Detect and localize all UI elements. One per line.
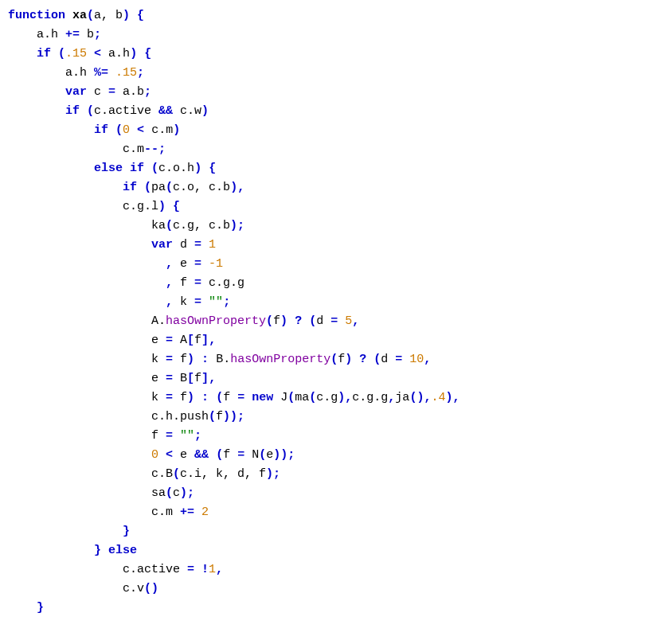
num: 2 (201, 505, 209, 519)
op-rparen: ) (273, 448, 280, 462)
op-eq: = (237, 448, 244, 462)
expr: c.i, k, d, f (180, 467, 266, 481)
expr: f (338, 353, 345, 366)
call: sa (151, 486, 166, 500)
expr: J (273, 391, 287, 404)
op-lparen: ( (216, 448, 223, 462)
expr: e (173, 448, 194, 462)
num: .4 (431, 391, 445, 404)
op-pluseq: += (65, 28, 80, 41)
expr: c.m (151, 505, 180, 519)
expr: e (266, 448, 273, 462)
op-lparen: ( (166, 219, 173, 232)
kw-new: new (252, 391, 273, 404)
op-semi: ; (287, 448, 295, 462)
op-comma: , (388, 391, 395, 404)
op-semi: ; (144, 85, 151, 99)
op-rparen: ) (201, 104, 209, 118)
op-rparen: ) (130, 47, 137, 60)
op-semi: ; (187, 486, 194, 500)
op-eq: = (108, 85, 115, 99)
op-semi: ; (237, 410, 244, 423)
num: .15 (65, 47, 87, 60)
op-rparen: ) (123, 9, 130, 22)
op-eq: = (166, 334, 173, 347)
op-lparen: ( (266, 314, 273, 328)
op-lparen: ( (144, 181, 151, 194)
num: 5 (345, 314, 352, 328)
op-rparen: ) (230, 410, 237, 423)
op-lparen: ( (151, 162, 158, 175)
expr: B (173, 372, 187, 385)
op-semi: ; (273, 467, 280, 481)
prop-hasOwnProperty: hasOwnProperty (166, 314, 266, 328)
op-lbrace: { (137, 9, 144, 22)
op-comma: , (352, 314, 359, 328)
fn-params: a, b (94, 9, 123, 22)
op-rparen: ) (280, 448, 287, 462)
op-rparen: ) (151, 582, 158, 595)
op-lt: < (94, 47, 101, 60)
op-qmark: ? (359, 353, 366, 366)
call: pa (151, 181, 166, 194)
op-semi: ; (237, 219, 244, 232)
expr: d (316, 314, 330, 328)
kw-else: else (108, 544, 137, 557)
op-colon: : (201, 353, 209, 366)
op-rparen: ) (345, 353, 352, 366)
expr: k (173, 295, 194, 309)
expr: d (173, 238, 194, 252)
op-rbrack: ] (201, 334, 209, 347)
op-comma: , (209, 372, 216, 385)
op-andand: && (158, 104, 173, 118)
op-comma: , (216, 563, 223, 576)
op-eq: = (194, 238, 201, 252)
expr: e (151, 372, 166, 385)
op-semi: ; (158, 142, 166, 156)
expr: e (151, 334, 166, 347)
num: 1 (209, 238, 216, 252)
num: 10 (409, 353, 424, 366)
op-lt: < (137, 123, 144, 137)
expr: c.g, c.b (173, 219, 230, 232)
op-lparen: ( (87, 104, 94, 118)
op-lparen: ( (309, 314, 316, 328)
expr: e (173, 257, 194, 271)
op-eq: = (395, 353, 402, 366)
op-comma: , (166, 257, 173, 271)
op-rbrack: ] (201, 372, 209, 385)
op-lparen: ( (287, 391, 295, 404)
op-eq: = (166, 353, 173, 366)
op-lbrack: [ (187, 334, 194, 347)
op-colon: : (201, 391, 209, 404)
op-lbrace: { (209, 162, 216, 175)
expr: a.h (65, 66, 94, 80)
op-rparen: ) (266, 467, 273, 481)
num: -1 (209, 257, 223, 271)
expr: c.active (94, 104, 158, 118)
op-eq: = (237, 391, 244, 404)
kw-if: if (37, 47, 51, 60)
kw-if: if (65, 104, 80, 118)
expr: d (381, 353, 395, 366)
expr: c.g.l (123, 200, 158, 213)
op-comma: , (166, 276, 173, 290)
prop-hasOwnProperty: hasOwnProperty (230, 353, 330, 366)
op-pluseq: += (180, 505, 194, 519)
op-eq: = (166, 372, 173, 385)
num: 0 (123, 123, 130, 137)
expr: a.h (101, 47, 130, 60)
expr: f (173, 276, 194, 290)
expr: N (244, 448, 259, 462)
op-rparen: ) (187, 391, 194, 404)
op-eq: = (194, 276, 201, 290)
num: 0 (151, 448, 158, 462)
op-rbrace: } (123, 525, 130, 538)
op-lparen: ( (166, 486, 173, 500)
op-eq: = (166, 391, 173, 404)
op-lparen: ( (144, 582, 151, 595)
op-rbrace: } (37, 601, 44, 615)
op-rparen: ) (187, 353, 194, 366)
op-lparen: ( (115, 123, 123, 137)
op-rparen: ) (280, 314, 287, 328)
